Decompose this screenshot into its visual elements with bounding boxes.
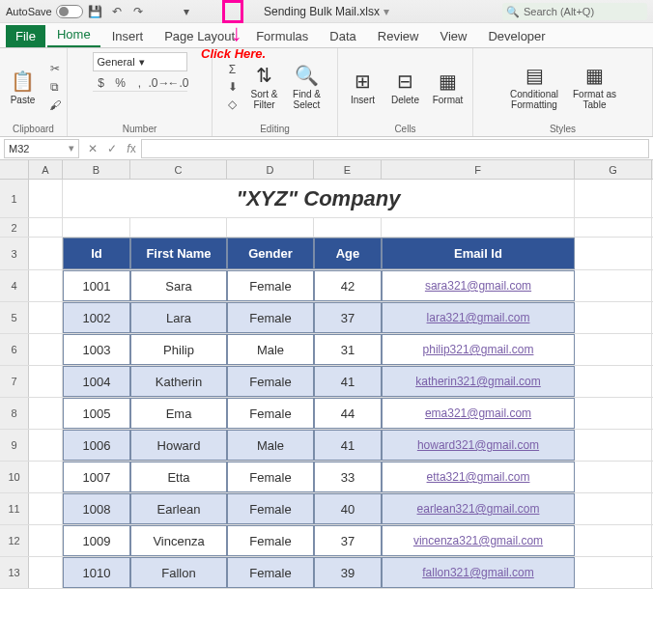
company-title[interactable]: "XYZ" Company — [63, 180, 575, 217]
cell[interactable] — [29, 493, 63, 524]
cell-email[interactable]: ema321@gmail.com — [382, 398, 575, 429]
cell-email[interactable]: fallon321@gmail.com — [382, 557, 575, 588]
format-as-table-button[interactable]: ▦Format as Table — [568, 64, 621, 110]
cell[interactable] — [29, 302, 63, 333]
cell-id[interactable]: 1001 — [63, 270, 130, 301]
hdr-gender[interactable]: Gender — [227, 238, 314, 269]
cell[interactable] — [29, 557, 63, 588]
cell-age[interactable]: 42 — [314, 270, 382, 301]
cell[interactable] — [575, 270, 652, 301]
cell[interactable] — [575, 366, 652, 397]
cell-gender[interactable]: Female — [227, 493, 314, 524]
cell[interactable] — [575, 334, 652, 365]
insert-cells-button[interactable]: ⊞Insert — [344, 70, 383, 105]
spreadsheet-grid[interactable]: 1 "XYZ" Company 2 3 Id First Name Gender… — [0, 180, 653, 589]
row-header[interactable]: 4 — [0, 270, 29, 301]
cell-id[interactable]: 1003 — [63, 334, 130, 365]
cell-id[interactable]: 1010 — [63, 557, 130, 588]
row-header[interactable]: 9 — [0, 430, 29, 461]
row-1-header[interactable]: 1 — [0, 180, 29, 217]
toggle-switch[interactable] — [56, 5, 83, 18]
cell-gender[interactable]: Female — [227, 398, 314, 429]
qat-customize-icon[interactable]: ▾ — [178, 3, 195, 20]
col-A[interactable]: A — [29, 160, 63, 179]
cell-first[interactable]: Howard — [130, 430, 227, 461]
cell-id[interactable]: 1004 — [63, 366, 130, 397]
cell-id[interactable]: 1005 — [63, 398, 130, 429]
cell[interactable] — [29, 180, 63, 217]
cell-age[interactable]: 44 — [314, 398, 382, 429]
clear-icon[interactable]: ◇ — [224, 97, 241, 112]
cell-age[interactable]: 39 — [314, 557, 382, 588]
cell-first[interactable]: Lara — [130, 302, 227, 333]
conditional-formatting-button[interactable]: ▤Conditional Formatting — [504, 64, 564, 110]
row-header[interactable]: 7 — [0, 366, 29, 397]
cell-gender[interactable]: Female — [227, 525, 314, 556]
cell-gender[interactable]: Female — [227, 270, 314, 301]
cell[interactable] — [227, 218, 314, 237]
cell-age[interactable]: 37 — [314, 302, 382, 333]
row-header[interactable]: 8 — [0, 398, 29, 429]
format-cells-button[interactable]: ▦Format — [429, 70, 468, 105]
hdr-email[interactable]: Email Id — [382, 238, 575, 269]
col-E[interactable]: E — [314, 160, 382, 179]
paste-button[interactable]: 📋Paste — [4, 70, 43, 105]
tab-home[interactable]: Home — [47, 23, 100, 47]
cell[interactable] — [29, 525, 63, 556]
cell-gender[interactable]: Female — [227, 302, 314, 333]
tab-file[interactable]: File — [6, 25, 45, 47]
cell-gender[interactable]: Male — [227, 334, 314, 365]
cell[interactable] — [575, 430, 652, 461]
tab-review[interactable]: Review — [368, 25, 429, 47]
chevron-down-icon[interactable]: ▾ — [383, 5, 389, 18]
cell-id[interactable]: 1008 — [63, 493, 130, 524]
name-box[interactable]: M32▾ — [4, 139, 79, 158]
cell-email[interactable]: lara321@gmail.com — [382, 302, 575, 333]
row-2-header[interactable]: 2 — [0, 218, 29, 237]
cell[interactable] — [575, 398, 652, 429]
cell-email[interactable]: howard321@gmail.com — [382, 430, 575, 461]
row-header[interactable]: 12 — [0, 525, 29, 556]
tab-insert[interactable]: Insert — [102, 25, 154, 47]
cell-first[interactable]: Philip — [130, 334, 227, 365]
autosum-icon[interactable]: Σ — [224, 62, 241, 77]
cell[interactable] — [29, 270, 63, 301]
cut-icon[interactable]: ✂ — [46, 61, 64, 76]
find-select-button[interactable]: 🔍Find & Select — [288, 64, 326, 110]
cell[interactable] — [575, 493, 652, 524]
cell-first[interactable]: Ema — [130, 398, 227, 429]
save-icon[interactable]: 💾 — [87, 3, 104, 20]
row-header[interactable]: 11 — [0, 493, 29, 524]
row-3-header[interactable]: 3 — [0, 238, 29, 269]
cell-age[interactable]: 40 — [314, 493, 382, 524]
cell-age[interactable]: 37 — [314, 525, 382, 556]
cell-id[interactable]: 1007 — [63, 462, 130, 492]
cell-gender[interactable]: Female — [227, 462, 314, 492]
autosave-toggle[interactable]: AutoSave — [6, 5, 83, 18]
tab-data[interactable]: Data — [320, 25, 365, 47]
tab-formulas[interactable]: Formulas — [246, 25, 318, 47]
cell-first[interactable]: Katherin — [130, 366, 227, 397]
cell-gender[interactable]: Male — [227, 430, 314, 461]
fill-icon[interactable]: ⬇ — [224, 79, 241, 95]
cell-age[interactable]: 41 — [314, 366, 382, 397]
formula-bar[interactable] — [141, 139, 649, 158]
cell-id[interactable]: 1009 — [63, 525, 130, 556]
cell-first[interactable]: Sara — [130, 270, 227, 301]
hdr-first[interactable]: First Name — [130, 238, 227, 269]
redo-icon[interactable]: ↷ — [129, 3, 147, 20]
search-input[interactable]: 🔍 Search (Alt+Q) — [502, 3, 647, 20]
cell-email[interactable]: sara321@gmail.com — [382, 270, 575, 301]
cell-id[interactable]: 1006 — [63, 430, 130, 461]
comma-icon[interactable]: , — [131, 75, 149, 91]
select-all-corner[interactable] — [0, 160, 29, 179]
tab-developer[interactable]: Developer — [478, 25, 554, 47]
cell-email[interactable]: katherin321@gmail.com — [382, 366, 575, 397]
delete-cells-button[interactable]: ⊟Delete — [386, 70, 425, 105]
dec-decimal-icon[interactable]: ←.0 — [170, 75, 187, 91]
row-header[interactable]: 5 — [0, 302, 29, 333]
col-B[interactable]: B — [63, 160, 130, 179]
cell-email[interactable]: earlean321@gmail.com — [382, 493, 575, 524]
cell[interactable] — [575, 238, 652, 269]
cell-email[interactable]: philip321@gmail.com — [382, 334, 575, 365]
